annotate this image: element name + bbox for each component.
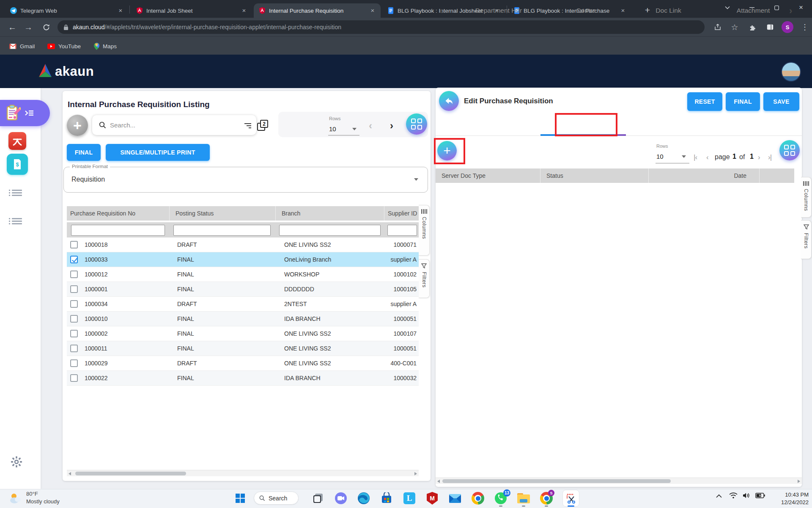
tab-close-icon[interactable]: ×	[117, 7, 124, 14]
rows-dropdown-arrow-icon[interactable]	[352, 128, 357, 130]
single-multiple-print-button[interactable]: SINGLE/MULTIPLE PRINT	[106, 144, 210, 161]
back-icon[interactable]: ←	[5, 20, 19, 34]
final-button-editor[interactable]: FINAL	[726, 92, 760, 111]
duplicate-view-icon[interactable]: 2	[257, 120, 269, 132]
weather-temperature[interactable]: 80°F	[26, 491, 38, 497]
tabs-scroll-right-icon[interactable]: ›	[789, 6, 792, 17]
table-row[interactable]: 1000011 FINAL ONE LIVING SS2 1000051	[67, 341, 419, 356]
task-view-icon[interactable]	[311, 491, 325, 505]
table-row[interactable]: 1000010 FINAL IDA BRANCH 1000051	[67, 312, 419, 326]
volume-icon[interactable]	[743, 492, 751, 500]
taskbar-search[interactable]: Search	[254, 491, 299, 505]
last-page-icon[interactable]: ›|	[768, 153, 771, 162]
sidebar-item-invoice-app[interactable]: $	[7, 154, 28, 175]
column-header[interactable]: Date	[649, 168, 760, 183]
snipping-tool-icon[interactable]	[564, 491, 578, 505]
column-header[interactable]: Purchase Requisition No	[67, 206, 170, 221]
bookmark-youtube[interactable]: YouTube	[47, 41, 81, 52]
chrome-icon[interactable]	[471, 491, 485, 505]
tab-attachment[interactable]: Attachment	[721, 0, 785, 21]
editor-rows-value[interactable]: 10	[656, 153, 664, 160]
microsoft-store-icon[interactable]	[380, 491, 393, 505]
column-header[interactable]: Status	[540, 168, 649, 183]
reload-icon[interactable]	[39, 20, 53, 34]
editor-rows-dropdown-arrow-icon[interactable]	[682, 155, 686, 158]
filter-icon[interactable]	[244, 122, 251, 128]
row-checkbox[interactable]	[70, 315, 78, 323]
filter-input-supplier-id[interactable]	[387, 225, 417, 236]
weather-icon[interactable]	[8, 491, 22, 505]
next-page-icon[interactable]: ›	[390, 120, 393, 132]
listing-horizontal-scrollbar[interactable]	[67, 470, 419, 476]
scrollbar-thumb[interactable]	[75, 472, 186, 475]
row-checkbox[interactable]	[70, 374, 78, 382]
tab-internal-purchase-requisition[interactable]: Internal Purchase Requisition ×	[254, 3, 381, 18]
row-checkbox[interactable]	[70, 345, 78, 352]
table-row[interactable]: 1000012 FINAL WORKSHOP 1000102	[67, 267, 419, 282]
tray-chevron-icon[interactable]	[716, 492, 722, 500]
browser-profile-avatar[interactable]: S	[782, 21, 793, 33]
search-input[interactable]	[110, 121, 241, 129]
sidebar-item-list-2[interactable]	[12, 218, 22, 225]
scroll-right-icon[interactable]	[414, 472, 417, 475]
column-header[interactable]: Branch	[276, 206, 384, 221]
mcafee-icon[interactable]: M	[425, 491, 439, 505]
table-row-selected[interactable]: 1000033 FINAL OneLiving Branch supplier …	[67, 252, 419, 267]
forward-icon[interactable]: →	[21, 20, 36, 34]
tab-internal-job-sheet[interactable]: Internal Job Sheet ×	[131, 3, 252, 18]
row-checkbox-checked[interactable]	[70, 256, 78, 263]
teams-chat-icon[interactable]	[334, 491, 348, 505]
tab-close-icon[interactable]: ×	[369, 7, 376, 14]
settings-gear-icon[interactable]	[10, 456, 23, 470]
extensions-puzzle-icon[interactable]	[746, 21, 759, 33]
add-record-button[interactable]: +	[67, 115, 88, 136]
row-checkbox[interactable]	[70, 359, 78, 367]
next-page-icon[interactable]: ›	[758, 153, 760, 162]
table-row[interactable]: 1000002 FINAL ONE LIVING SS2 1000107	[67, 326, 419, 341]
reset-button[interactable]: RESET	[687, 92, 722, 111]
sidebar-item-active-module[interactable]	[0, 100, 50, 126]
table-row[interactable]: 1000029 DRAFT ONE LIVING SS2 400-C001	[67, 356, 419, 371]
start-button[interactable]	[233, 491, 247, 505]
save-button[interactable]: SAVE	[763, 92, 799, 111]
weather-description[interactable]: Mostly cloudy	[26, 498, 60, 505]
table-row[interactable]: 1000001 FINAL DDDDDDD 1000105	[67, 282, 419, 297]
column-header[interactable]: Server Doc Type	[436, 168, 540, 183]
file-explorer-icon[interactable]	[517, 491, 530, 505]
editor-columns-side-tab[interactable]: Columns	[801, 177, 812, 218]
tab-close-icon[interactable]: ×	[619, 7, 627, 14]
row-checkbox[interactable]	[70, 330, 78, 337]
tab-close-icon[interactable]: ×	[240, 7, 248, 14]
prev-page-icon[interactable]: ‹	[706, 153, 708, 162]
scroll-right-icon[interactable]	[798, 480, 800, 483]
bookmark-gmail[interactable]: Gmail	[9, 41, 35, 52]
row-checkbox[interactable]	[70, 271, 78, 278]
column-header[interactable]: Posting Status	[170, 206, 276, 221]
printable-format-select[interactable]: Printable Format Requisition	[63, 167, 428, 193]
table-row[interactable]: 1000018 DRAFT ONE LIVING SS2 1000071	[67, 237, 419, 252]
filter-input-branch[interactable]	[279, 225, 381, 236]
bookmark-star-icon[interactable]: ☆	[728, 21, 741, 33]
share-icon[interactable]	[711, 21, 724, 33]
prev-page-icon[interactable]: ‹	[369, 120, 372, 132]
final-button[interactable]: FINAL	[67, 144, 101, 161]
bookmark-maps[interactable]: Maps	[94, 41, 117, 52]
rows-per-page-value[interactable]: 10	[329, 125, 336, 133]
tabs-scroll-left-icon[interactable]: ‹	[440, 6, 443, 17]
tab-department-hdr[interactable]: Department Hdr	[463, 0, 535, 21]
side-panel-icon[interactable]	[764, 21, 776, 33]
edge-icon[interactable]	[357, 491, 370, 505]
scroll-left-icon[interactable]	[437, 480, 440, 483]
l-app-icon[interactable]: L	[403, 491, 416, 505]
listing-filters-side-tab[interactable]: Filters	[419, 259, 430, 298]
address-bar[interactable]: akaun.cloud/#/applets/tnt/wavelet/erp/in…	[58, 20, 705, 34]
battery-icon[interactable]	[755, 492, 765, 500]
editor-horizontal-scrollbar[interactable]	[436, 478, 802, 484]
first-page-icon[interactable]: |‹	[694, 153, 697, 162]
row-checkbox[interactable]	[70, 241, 78, 248]
row-checkbox[interactable]	[70, 285, 78, 293]
filter-input-posting-status[interactable]	[173, 225, 271, 236]
tab-contra[interactable]: Contra	[553, 0, 619, 21]
table-row[interactable]: 1000034 DRAFT 2NTEST supplier A	[67, 297, 419, 312]
mail-icon[interactable]	[448, 491, 462, 505]
